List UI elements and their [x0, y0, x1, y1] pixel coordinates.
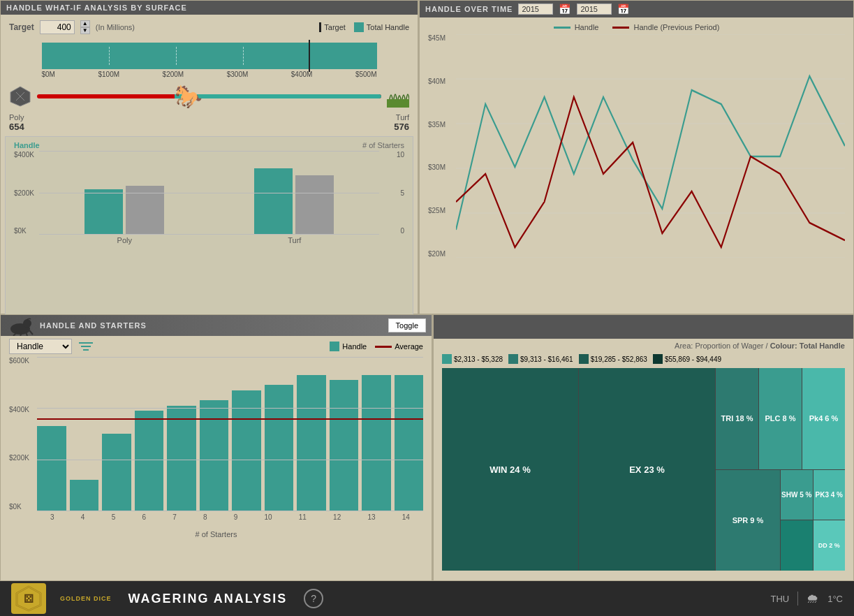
calendar-to-icon[interactable]: 📅 — [617, 3, 630, 15]
dice-logo: ⚄ — [13, 585, 44, 613]
date-to-input[interactable] — [577, 3, 612, 15]
legend-prev-handle: Handle (Previous Period) — [612, 23, 719, 31]
bar-chart-handle-label: Handle — [14, 141, 40, 149]
footer-divider — [797, 592, 798, 606]
right-top-row: TRI 18 % PLC 8 % Pk4 6 % — [716, 368, 845, 469]
bar-14 — [395, 375, 424, 511]
target-legend-icon — [319, 22, 321, 32]
dashed-line-2 — [176, 47, 177, 65]
target-spinner[interactable]: ▲ ▼ — [80, 20, 90, 34]
handle-legend-line — [554, 27, 570, 29]
bar-chart-section: Handle # of Starters — [5, 136, 413, 323]
date-from-input[interactable] — [518, 3, 553, 15]
svg-rect-3 — [387, 99, 409, 108]
bar-9 — [232, 390, 261, 511]
total-handle-bar — [42, 43, 377, 69]
bar-10 — [265, 385, 294, 511]
bar-4 — [70, 480, 99, 511]
slider-left-label: Poly — [9, 113, 24, 122]
day-label: THU — [770, 594, 789, 604]
right-bottom-row: SPR 9 % SHW 5 % PK3 4 % DD 2 % — [716, 470, 845, 571]
grid-line-mid — [39, 193, 379, 193]
bc-y-labels-right: 10 5 0 — [397, 151, 404, 235]
slider-right-val: 576 — [394, 122, 409, 132]
bar-chart-starters-label: # of Starters — [362, 141, 404, 149]
grid-line3 — [37, 460, 423, 460]
starters-title: HANDLE AND STARTERS — [34, 318, 152, 332]
spinner-up[interactable]: ▲ — [80, 20, 90, 27]
surface-slider[interactable]: 🐎 — [37, 86, 381, 107]
horse-silhouette — [6, 315, 34, 336]
ex-cell: EX 23 % — [579, 368, 715, 571]
starters-x-labels: 3 4 5 6 7 8 9 10 11 12 13 14 — [37, 513, 423, 521]
dashed-line-3 — [243, 47, 244, 65]
turf-bar-group — [254, 168, 334, 235]
legend-2: $9,313 - $16,461 — [508, 354, 573, 364]
spinner-down[interactable]: ▼ — [80, 27, 90, 34]
spr-cell: SPR 9 % — [716, 470, 780, 571]
legend-color-1 — [442, 354, 452, 364]
target-row: Target ▲ ▼ (In Millions) Target — [1, 15, 418, 40]
legend-avg-item: Average — [375, 342, 423, 351]
scale-bar-container: $0M $100M $200M $300M $400M $500M — [1, 40, 418, 80]
overtime-legend: Handle Handle (Previous Period) — [428, 23, 845, 31]
sh5-cell: DD 2 % — [813, 520, 846, 571]
overtime-header: HANDLE OVER TIME 📅 📅 — [420, 1, 853, 17]
starters-dropdown[interactable]: Handle — [9, 339, 72, 354]
bc-y-labels-left: $400K $200K $0K — [14, 151, 34, 235]
legend-color-2 — [508, 354, 518, 364]
turf-bar-gray — [295, 175, 334, 235]
shw-cell: SHW 5 % — [781, 470, 813, 520]
starters-header: HANDLE AND STARTERS Toggle — [1, 315, 432, 336]
footer-right: THU 🌧 1°C — [770, 592, 843, 606]
toggle-button[interactable]: Toggle — [388, 318, 426, 332]
svg-rect-18 — [83, 349, 89, 351]
grid-line-bottom — [39, 234, 379, 235]
bar-12 — [330, 380, 359, 511]
grid-line2 — [37, 408, 423, 409]
dashed-line-1 — [109, 47, 110, 65]
right-cells: TRI 18 % PLC 8 % Pk4 6 % SPR 9 % SHW 5 %… — [716, 368, 845, 571]
help-icon[interactable]: ? — [304, 589, 323, 608]
target-input[interactable] — [40, 20, 75, 34]
legend-handle: Handle — [554, 23, 599, 31]
starters-legend: Handle Average — [330, 342, 423, 351]
in-millions-label: (In Millions) — [96, 23, 135, 31]
filter-icon[interactable] — [78, 339, 94, 353]
legend-4: $55,869 - $94,449 — [653, 354, 721, 364]
svg-point-11 — [23, 319, 31, 328]
bar-7 — [167, 406, 196, 511]
footer-title: WAGERING ANALYSIS — [128, 592, 288, 606]
starters-controls: Handle Handle Average — [1, 336, 432, 357]
prev-legend-line — [612, 27, 629, 29]
bc-x-labels: Poly Turf — [14, 235, 404, 244]
handle-line — [456, 76, 845, 230]
bar-8 — [200, 400, 229, 511]
tri-cell: TRI 18 % — [716, 368, 758, 469]
calendar-from-icon[interactable]: 📅 — [559, 3, 571, 15]
footer: ⚄ GOLDEN DICE WAGERING ANALYSIS ? THU 🌧 … — [0, 581, 854, 616]
total-legend-icon — [354, 22, 364, 32]
overtime-y-labels: $45M $40M $35M $30M $25M $20M — [428, 34, 446, 258]
legend-target: Target — [319, 22, 346, 32]
legend-color-3 — [579, 354, 589, 364]
whatif-header: HANDLE WHAT-IF ANALYSIS BY SURFACE — [1, 1, 418, 15]
wager-header-bg — [434, 315, 853, 339]
overtime-chart: $45M $40M $35M $30M $25M $20M — [428, 34, 845, 286]
starters-panel: HANDLE AND STARTERS Toggle Handle Handle — [0, 314, 433, 581]
bar-11 — [297, 375, 326, 511]
target-label: Target — [9, 22, 34, 32]
grid-line-top — [39, 151, 379, 152]
treemap: WIN 24 % EX 23 % TRI 18 % PLC 8 % Pk4 6 … — [442, 368, 845, 571]
starters-chart: $600K $400K $200K $0K — [1, 357, 432, 538]
slider-row: 🐎 — [1, 80, 418, 113]
bar-13 — [362, 375, 391, 511]
bar-3 — [37, 426, 66, 511]
whatif-panel: HANDLE WHAT-IF ANALYSIS BY SURFACE Targe… — [0, 0, 419, 314]
starters-x-title: # of Starters — [1, 530, 432, 538]
pk3-cell: PK3 4 % — [813, 470, 846, 520]
legend-1: $2,313 - $5,328 — [442, 354, 503, 364]
bar-6 — [135, 411, 164, 511]
prev-handle-line — [456, 97, 845, 247]
svg-rect-16 — [79, 342, 93, 344]
